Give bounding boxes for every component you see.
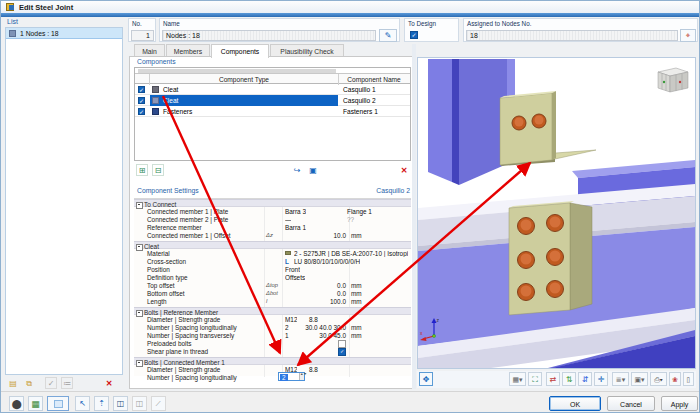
- settings-row[interactable]: Shear plane in thread ✓: [134, 347, 411, 355]
- 3d-scene: z x: [418, 58, 695, 368]
- settings-row[interactable]: Top offset Δtop 0.0 mm: [134, 281, 411, 289]
- settings-row[interactable]: Bottom offset Δbot 0.0 mm: [134, 289, 411, 297]
- cleat-icon: [152, 86, 159, 93]
- view-y-button[interactable]: ⇅: [562, 372, 576, 386]
- spin-edit-value[interactable]: 2: [280, 374, 288, 381]
- settings-row[interactable]: Number | Spacing longitudinally 2 30.0 4…: [134, 323, 411, 331]
- title-bar[interactable]: Edit Steel Joint: [1, 1, 699, 13]
- group-cleat[interactable]: Cleat: [134, 241, 411, 249]
- app-icon-overlay: [9, 5, 14, 10]
- add-component-button[interactable]: ⊞: [136, 164, 148, 176]
- group-to-connect[interactable]: To Connect: [134, 199, 411, 207]
- settings-grid-button[interactable]: ▦: [28, 396, 43, 411]
- apply-button[interactable]: Apply: [661, 396, 698, 411]
- joint-list[interactable]: 1 Nodes : 18: [5, 27, 123, 375]
- delete-component-button[interactable]: ✕: [398, 164, 410, 176]
- name-group: Name Nodes : 18 ✎: [159, 18, 400, 42]
- insert-component-button[interactable]: ⊟: [152, 164, 164, 176]
- copy-settings-button[interactable]: ◫: [113, 396, 128, 411]
- group-bolts-reference-member[interactable]: Bolts | Reference Member: [134, 307, 411, 315]
- 3d-viewport[interactable]: z x: [417, 57, 696, 369]
- table-row[interactable]: ✓ Fasteners Fasteners 1: [135, 106, 410, 117]
- settings-selected-component: Casquillo 2: [301, 187, 410, 194]
- no-label: No.: [132, 20, 142, 27]
- settings-row[interactable]: Number | Spacing longitudinally 2 ▲▼: [134, 373, 411, 381]
- settings-section-label: Component Settings: [137, 187, 199, 194]
- apply-to-all-button[interactable]: ⇡: [94, 396, 109, 411]
- copy-joint-button[interactable]: ⧉: [23, 377, 35, 389]
- splitter[interactable]: [412, 44, 416, 389]
- row-type: Cleat: [163, 86, 178, 93]
- name-field[interactable]: Nodes : 18: [162, 30, 376, 41]
- row-name: Casquillo 1: [343, 86, 376, 93]
- edit-steel-joint-dialog: Edit Steel Joint List 1 Nodes : 18 ▤ ⧉ ✓…: [0, 0, 700, 413]
- accent-band: [1, 13, 699, 17]
- display-options-dropdown[interactable]: ≣▾: [612, 372, 629, 386]
- cleat-upper-3d: [500, 91, 596, 166]
- panel-button[interactable]: ▯: [683, 372, 694, 386]
- delete-joint-button[interactable]: ✕: [103, 377, 115, 389]
- print-dropdown[interactable]: ⎙▾: [650, 372, 667, 386]
- rename-button[interactable]: ✎: [379, 29, 397, 42]
- col-component-type[interactable]: Component Type: [150, 76, 338, 83]
- check-list-button[interactable]: ≔: [61, 377, 73, 389]
- fasteners-icon: [152, 108, 159, 115]
- tab-components[interactable]: Components: [211, 44, 269, 58]
- settings-row[interactable]: Connected member 2 | Plate — ??: [134, 215, 411, 223]
- row-checkbox[interactable]: ✓: [138, 97, 145, 104]
- settings-row[interactable]: Connected member 1 | Plate Barra 3 Flang…: [134, 207, 411, 215]
- settings-row[interactable]: Material 2 - S275JR | DB SE-A:2007-10 | …: [134, 249, 411, 257]
- settings-row[interactable]: Length l 100.0 mm: [134, 297, 411, 305]
- view-mode-button[interactable]: ✥: [419, 372, 433, 386]
- settings-row[interactable]: Diameter | Strength grade M12 8.8: [134, 315, 411, 323]
- spinner-buttons[interactable]: ▲▼: [299, 373, 304, 380]
- column-grip[interactable]: [138, 69, 336, 73]
- name-label: Name: [163, 20, 180, 27]
- select-nodes-button[interactable]: ⌖: [680, 29, 696, 42]
- zoom-fit-button[interactable]: ⛶: [528, 372, 542, 386]
- reset-button[interactable]: ⁄: [151, 396, 166, 411]
- no-field[interactable]: 1: [131, 30, 154, 41]
- view-z-button[interactable]: ⇵: [578, 372, 592, 386]
- settings-row[interactable]: Reference member Barra 1: [134, 223, 411, 231]
- cancel-button[interactable]: Cancel: [607, 396, 655, 411]
- section-view-dropdown[interactable]: ▣▾: [631, 372, 648, 386]
- assigned-nodes-group: Assigned to Nodes No. 18 ⌖: [463, 18, 698, 42]
- ok-button[interactable]: OK: [549, 396, 601, 411]
- view-isometric-button[interactable]: ✛: [594, 372, 608, 386]
- render-button[interactable]: ❀: [669, 372, 681, 386]
- row-checkbox[interactable]: ✓: [138, 86, 145, 93]
- pick-object-button[interactable]: ↖: [75, 396, 90, 411]
- row-checkbox[interactable]: ✓: [138, 108, 145, 115]
- viewport-toolbar: ✥ ▦▾ ⛶ ⇄ ⇅ ⇵ ✛ ≣▾ ▣▾ ⎙▾ ❀ ▯: [417, 371, 696, 388]
- check-all-button[interactable]: ✓: [45, 377, 57, 389]
- assigned-nodes-label: Assigned to Nodes No.: [467, 20, 531, 27]
- group-bolts-connected-member-1[interactable]: Bolts | Connected Member 1: [134, 357, 411, 365]
- paste-settings-button[interactable]: ◫: [132, 396, 147, 411]
- help-button[interactable]: ⬤: [9, 396, 24, 411]
- settings-row[interactable]: Preloaded bolts: [134, 339, 411, 347]
- display-toggle-button[interactable]: [47, 396, 69, 411]
- table-row-selected[interactable]: ✓ Cleat Casquillo 2: [135, 95, 410, 106]
- settings-row[interactable]: Cross-section L LU 80/80/10/10/0/0/0/H: [134, 257, 411, 265]
- import-component-button[interactable]: ↪: [291, 164, 303, 176]
- list-item[interactable]: 1 Nodes : 18: [6, 28, 122, 39]
- component-library-button[interactable]: ▣: [307, 164, 319, 176]
- table-row[interactable]: ✓ Cleat Casquillo 1: [135, 84, 410, 95]
- spacing-spin-edit[interactable]: 2 ▲▼: [278, 372, 305, 381]
- col-component-name[interactable]: Component Name: [338, 76, 410, 83]
- layers-dropdown[interactable]: ▦▾: [509, 372, 526, 386]
- shear-plane-checkbox[interactable]: ✓: [338, 348, 346, 356]
- to-design-checkbox[interactable]: ✓: [410, 31, 418, 39]
- assigned-nodes-field[interactable]: 18: [466, 30, 678, 41]
- view-x-button[interactable]: ⇄: [546, 372, 560, 386]
- no-group: No. 1: [128, 18, 156, 42]
- new-joint-button[interactable]: ▤: [7, 377, 19, 389]
- settings-row[interactable]: Diameter | Strength grade M12 8.8: [134, 365, 411, 373]
- settings-row[interactable]: Position Front: [134, 265, 411, 273]
- row-type: Cleat: [163, 97, 178, 104]
- settings-row[interactable]: Connected member 1 | Offset Δz 10.0 mm: [134, 231, 411, 239]
- settings-row[interactable]: Definition type Offsets: [134, 273, 411, 281]
- components-table: Component Type Component Name ✓ Cleat Ca…: [134, 67, 411, 161]
- settings-row[interactable]: Number | Spacing transversely 1 30.0 45.…: [134, 331, 411, 339]
